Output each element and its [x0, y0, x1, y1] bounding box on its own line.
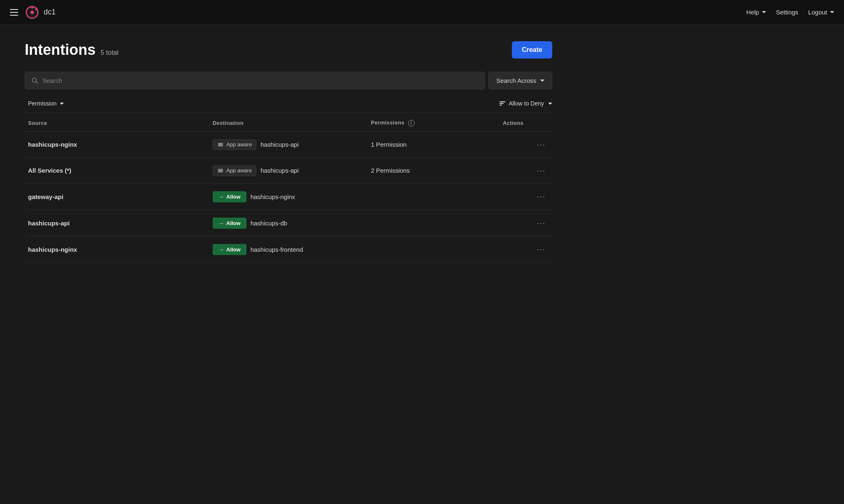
- source-cell: gateway-api: [25, 183, 209, 210]
- logout-chevron-icon: [830, 11, 834, 13]
- svg-rect-12: [218, 169, 223, 170]
- svg-rect-9: [218, 143, 223, 144]
- table-row: hashicups-nginxApp awarehashicups-api1 P…: [25, 131, 552, 157]
- svg-point-3: [31, 6, 33, 8]
- help-link[interactable]: Help: [746, 9, 766, 16]
- permissions-cell: [368, 183, 499, 210]
- actions-cell: ···: [499, 131, 552, 157]
- allow-badge: →Allow: [213, 244, 246, 255]
- filter-bar: Permission Allow to Deny: [25, 94, 552, 113]
- search-area: Search Across: [25, 72, 552, 89]
- more-actions-button[interactable]: ···: [534, 139, 549, 150]
- arrow-right-icon: →: [218, 194, 224, 200]
- dc-label: dc1: [44, 8, 56, 16]
- destination-cell: →Allowhashicups-frontend: [209, 236, 368, 263]
- topnav-left: dc1: [10, 5, 746, 20]
- more-actions-button[interactable]: ···: [534, 191, 549, 202]
- actions-cell: ···: [499, 157, 552, 183]
- page-title-area: Intentions 5 total: [25, 41, 119, 59]
- permission-filter-button[interactable]: Permission: [25, 98, 67, 108]
- permissions-cell: 1 Permission: [368, 131, 499, 157]
- destination-cell: App awarehashicups-api: [209, 131, 368, 157]
- destination-cell: →Allowhashicups-db: [209, 210, 368, 236]
- help-chevron-icon: [762, 11, 766, 13]
- svg-rect-10: [218, 171, 223, 172]
- sort-icon: [499, 101, 505, 105]
- table-row: All Services (*)App awarehashicups-api2 …: [25, 157, 552, 183]
- actions-cell: ···: [499, 183, 552, 210]
- settings-link[interactable]: Settings: [776, 9, 798, 16]
- destination-text: hashicups-nginx: [251, 193, 295, 200]
- destination-text: hashicups-api: [260, 141, 299, 148]
- logout-link[interactable]: Logout: [808, 9, 834, 16]
- sort-chevron-icon: [548, 103, 552, 105]
- svg-rect-11: [218, 170, 223, 171]
- total-count: 5 total: [101, 49, 119, 56]
- table-header: Source Destination Permissions i Actions: [25, 115, 552, 131]
- table-row: hashicups-nginx→Allowhashicups-frontend·…: [25, 236, 552, 263]
- actions-cell: ···: [499, 236, 552, 263]
- destination-cell: App awarehashicups-api: [209, 157, 368, 183]
- allow-badge: →Allow: [213, 218, 246, 229]
- sort-button[interactable]: Allow to Deny: [499, 100, 552, 107]
- source-cell: hashicups-nginx: [25, 131, 209, 157]
- app-aware-badge: App aware: [213, 139, 256, 150]
- svg-rect-8: [218, 144, 223, 145]
- destination-text: hashicups-frontend: [251, 246, 303, 253]
- svg-line-6: [36, 82, 38, 83]
- page-title: Intentions: [25, 41, 96, 59]
- layers-icon: [217, 167, 224, 174]
- menu-icon[interactable]: [10, 9, 18, 16]
- topnav-right: Help Settings Logout: [746, 9, 834, 16]
- destination-cell: →Allowhashicups-nginx: [209, 183, 368, 210]
- svg-point-2: [30, 11, 34, 14]
- col-header-permissions: Permissions i: [368, 115, 499, 131]
- intentions-table: Source Destination Permissions i Actions…: [25, 115, 552, 263]
- permissions-info-icon: i: [408, 120, 415, 127]
- svg-point-4: [35, 9, 37, 10]
- create-button[interactable]: Create: [512, 41, 552, 59]
- permissions-cell: [368, 236, 499, 263]
- arrow-right-icon: →: [218, 220, 224, 226]
- logo-container: dc1: [25, 5, 56, 20]
- top-navigation: dc1 Help Settings Logout: [0, 0, 844, 25]
- permissions-cell: [368, 210, 499, 236]
- app-aware-badge: App aware: [213, 165, 256, 176]
- col-header-actions: Actions: [499, 115, 552, 131]
- search-input-wrapper: [25, 72, 485, 89]
- layers-icon: [217, 141, 224, 148]
- destination-text: hashicups-db: [251, 220, 287, 227]
- page-header: Intentions 5 total Create: [25, 41, 552, 59]
- search-input[interactable]: [42, 72, 478, 89]
- permissions-cell: 2 Permissions: [368, 157, 499, 183]
- col-header-source: Source: [25, 115, 209, 131]
- search-icon: [32, 77, 38, 84]
- search-across-chevron-icon: [540, 80, 544, 82]
- more-actions-button[interactable]: ···: [534, 244, 549, 255]
- arrow-right-icon: →: [218, 246, 224, 253]
- source-cell: All Services (*): [25, 157, 209, 183]
- main-content: Intentions 5 total Create Search Across …: [0, 25, 577, 279]
- table-body: hashicups-nginxApp awarehashicups-api1 P…: [25, 131, 552, 263]
- more-actions-button[interactable]: ···: [534, 218, 549, 228]
- source-cell: hashicups-nginx: [25, 236, 209, 263]
- destination-text: hashicups-api: [260, 167, 299, 174]
- search-across-button[interactable]: Search Across: [488, 72, 552, 89]
- allow-badge: →Allow: [213, 191, 246, 202]
- table-row: gateway-api→Allowhashicups-nginx···: [25, 183, 552, 210]
- consul-logo-icon: [25, 5, 40, 20]
- permission-chevron-icon: [60, 103, 64, 105]
- source-cell: hashicups-api: [25, 210, 209, 236]
- col-header-destination: Destination: [209, 115, 368, 131]
- more-actions-button[interactable]: ···: [534, 165, 549, 176]
- actions-cell: ···: [499, 210, 552, 236]
- svg-rect-7: [218, 145, 223, 146]
- table-row: hashicups-api→Allowhashicups-db···: [25, 210, 552, 236]
